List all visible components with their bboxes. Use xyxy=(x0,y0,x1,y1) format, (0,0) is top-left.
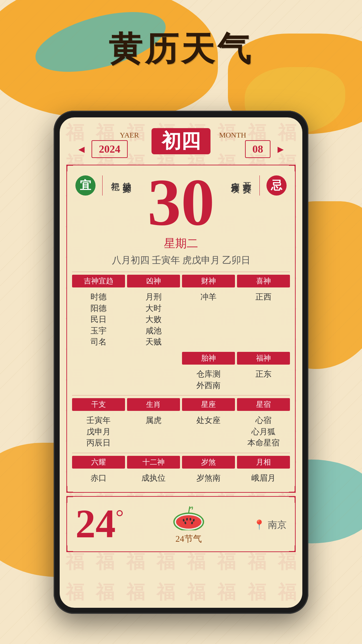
nav-section: ◀ 2024 初四 08 ▶ xyxy=(70,140,292,158)
value-cai-shen: 冲羊 xyxy=(182,290,235,349)
phone-screen: 福福福福福福福福 福福福福福福福福 福福福福福福福福 福福福福福福福福 福福福福… xyxy=(60,117,302,608)
divider-left xyxy=(102,175,103,196)
prev-button[interactable]: ◀ xyxy=(75,143,88,156)
info-row4-values: 赤口 成执位 岁煞南 峨眉月 xyxy=(72,471,290,485)
info-row1-labels: 吉神宜趋 凶神 财神 喜神 xyxy=(72,275,290,287)
label-xing-su: 星宿 xyxy=(237,398,290,411)
label-xi-shen: 喜神 xyxy=(237,275,290,287)
corner-tl xyxy=(66,165,73,171)
chinese-day-badge: 初四 xyxy=(152,128,210,154)
watermelon-icon xyxy=(172,503,205,530)
svg-line-9 xyxy=(189,507,190,513)
label-shi-er-shen: 十二神 xyxy=(127,456,180,469)
weekday: 星期二 xyxy=(72,236,290,251)
info-row2-values: 仓库测外西南 正东 xyxy=(72,367,290,392)
h-divider-3 xyxy=(72,453,290,453)
value-fu-shen: 正东 xyxy=(237,367,290,392)
ji-badge: 忌 xyxy=(266,175,287,196)
degree-symbol: ° xyxy=(116,506,124,528)
lunar-info: 八月初四 壬寅年 虎戊申月 乙卯日 xyxy=(72,254,290,267)
weather-card: 24° xyxy=(66,496,296,552)
label-tai-shen: 胎神 xyxy=(182,352,235,365)
calendar-card: 宜 纳采祭祀 嫁娶 30 忌 开市安床 xyxy=(66,165,296,493)
location-name: 南京 xyxy=(268,519,287,531)
month-value: 08 xyxy=(245,140,270,158)
value-xing-zuo: 处女座 xyxy=(182,414,235,450)
value-sheng-xiao: 属虎 xyxy=(127,414,180,450)
info-row1-values: 时德阳德民日玉宇司名 月刑大时大败咸池天贼 冲羊 正西 xyxy=(72,290,290,349)
info-row3-labels: 干支 生肖 星座 星宿 xyxy=(72,398,290,411)
svg-point-2 xyxy=(176,515,201,529)
weather-corner-br xyxy=(289,545,296,552)
corner-bl xyxy=(66,486,73,493)
temperature-value: 24° xyxy=(75,501,124,546)
corner-br xyxy=(289,486,296,493)
info-row4-labels: 六耀 十二神 岁煞 月相 xyxy=(72,456,290,469)
weather-center: 24节气 xyxy=(130,503,247,545)
yi-section: 宜 纳采祭祀 嫁娶 xyxy=(75,175,133,196)
yi-items: 纳采祭祀 嫁娶 xyxy=(109,175,133,177)
value-ji-shen: 时德阳德民日玉宇司名 xyxy=(72,290,125,349)
label-yue-xiang: 月相 xyxy=(237,456,290,469)
yi-ji-row: 宜 纳采祭祀 嫁娶 30 忌 开市安床 xyxy=(72,172,290,232)
ji-items: 开市安床 安葬修坟 xyxy=(229,175,253,177)
location-row: 📍 南京 xyxy=(253,517,287,531)
weather-corner-bl xyxy=(66,545,73,552)
value-tai-shen: 仓库测外西南 xyxy=(182,367,235,392)
h-divider-1 xyxy=(72,272,290,272)
divider-right xyxy=(259,175,260,196)
value-liu-yao: 赤口 xyxy=(72,471,125,485)
location-area: 📍 南京 xyxy=(253,517,287,531)
big-day-number: 30 xyxy=(133,169,229,236)
left-nav-group: ◀ 2024 xyxy=(75,140,131,158)
info-row3-values: 壬寅年戊申月丙辰日 属虎 处女座 心宿心月狐本命星宿 xyxy=(72,414,290,450)
label-ji-shen: 吉神宜趋 xyxy=(72,275,125,287)
yi-badge: 宜 xyxy=(75,175,96,196)
label-cai-shen: 财神 xyxy=(182,275,235,287)
label-xing-zuo: 星座 xyxy=(182,398,235,411)
label-liu-yao: 六耀 xyxy=(72,456,125,469)
app-title: 黄历天气 xyxy=(0,27,362,72)
weather-corner-tl xyxy=(66,496,73,503)
location-pin-icon: 📍 xyxy=(253,519,265,530)
label-sui-sha: 岁煞 xyxy=(182,456,235,469)
value-xi-shen: 正西 xyxy=(237,290,290,349)
weather-corner-tr xyxy=(289,496,296,503)
year-value: 2024 xyxy=(92,140,128,158)
title-area: 黄历天气 xyxy=(0,27,362,72)
label-sheng-xiao: 生肖 xyxy=(127,398,180,411)
value-xiong-shen: 月刑大时大败咸池天贼 xyxy=(127,290,180,349)
value-gan-zhi: 壬寅年戊申月丙辰日 xyxy=(72,414,125,450)
right-nav-group: 08 ▶ xyxy=(242,140,287,158)
value-sui-sha: 岁煞南 xyxy=(182,471,235,485)
temperature-display: 24° xyxy=(75,504,124,544)
calendar-header: YAER MONTH ◀ 2024 初四 08 ▶ xyxy=(60,121,302,161)
temp-number: 24 xyxy=(75,501,116,546)
label-xiong-shen: 凶神 xyxy=(127,275,180,287)
label-gan-zhi: 干支 xyxy=(72,398,125,411)
h-divider-2 xyxy=(72,395,290,395)
screen-content: YAER MONTH ◀ 2024 初四 08 ▶ xyxy=(60,117,302,552)
value-yue-xiang: 峨眉月 xyxy=(237,471,290,485)
value-xing-su: 心宿心月狐本命星宿 xyxy=(237,414,290,450)
ji-section: 忌 开市安床 安葬修坟 xyxy=(229,175,287,196)
season-label: 24节气 xyxy=(176,533,202,545)
corner-tr xyxy=(289,165,296,171)
next-button[interactable]: ▶ xyxy=(274,143,287,156)
value-shi-er-shen: 成执位 xyxy=(127,471,180,485)
info-row2-labels: 胎神 福神 xyxy=(72,352,290,365)
phone-mockup: 福福福福福福福福 福福福福福福福福 福福福福福福福福 福福福福福福福福 福福福福… xyxy=(54,111,308,614)
label-fu-shen: 福神 xyxy=(237,352,290,365)
